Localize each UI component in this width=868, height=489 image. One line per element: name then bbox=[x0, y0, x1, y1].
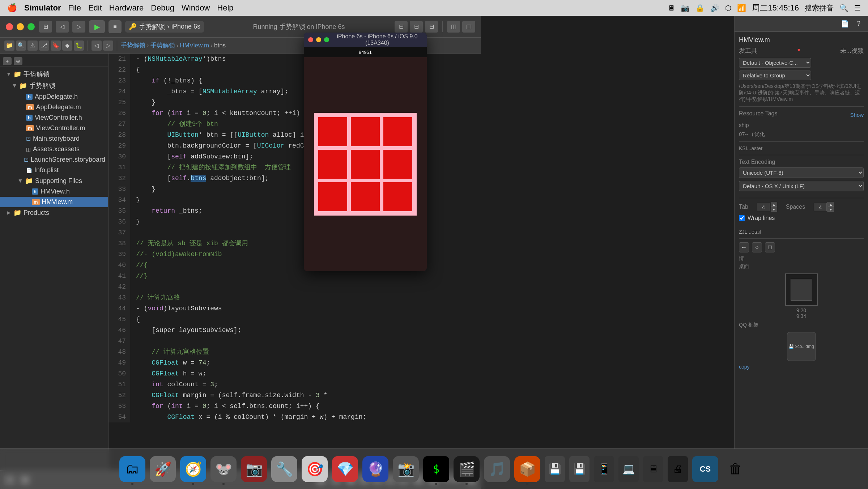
menu-debug[interactable]: Debug bbox=[151, 3, 174, 13]
nav-filter-btn[interactable]: ⊕ bbox=[14, 57, 22, 65]
layout-btn-3[interactable]: ⊟ bbox=[425, 21, 438, 33]
dock-photo-booth[interactable]: 📷 bbox=[241, 456, 267, 482]
apple-menu[interactable]: 🍎 bbox=[7, 3, 17, 13]
search-icon[interactable]: 🔍 bbox=[839, 4, 848, 12]
dock-crystal[interactable]: 🔮 bbox=[362, 456, 388, 482]
sim-app-content[interactable] bbox=[304, 57, 427, 271]
dock-finder[interactable]: 🗂 bbox=[119, 456, 145, 482]
nav-root-group[interactable]: ▶ 📁 手势解锁 bbox=[0, 68, 108, 80]
dock-storage-4[interactable]: 💻 bbox=[618, 456, 639, 482]
dock-launchpad[interactable]: 🚀 bbox=[150, 456, 176, 482]
inspector-btn-2[interactable]: ◫ bbox=[462, 21, 475, 33]
editor-next-btn[interactable]: ▷ bbox=[103, 41, 113, 51]
show-btn[interactable]: Show bbox=[850, 112, 864, 118]
menu-help[interactable]: Help bbox=[217, 3, 233, 13]
dock-tools[interactable]: 🔧 bbox=[271, 456, 297, 482]
menu-file[interactable]: File bbox=[68, 3, 81, 13]
nav-item-viewcontroller-h[interactable]: h ViewController.h bbox=[0, 112, 108, 123]
dock-dart[interactable]: 🎯 bbox=[302, 456, 328, 482]
fullscreen-button[interactable] bbox=[27, 23, 35, 30]
dock-trash[interactable]: 🗑 bbox=[723, 456, 749, 482]
sidebar-toggle-btn[interactable]: ⊞ bbox=[39, 21, 52, 33]
line-51: 51 bbox=[109, 379, 126, 390]
navigator-back-btn[interactable]: ◁ bbox=[56, 21, 69, 33]
layout-selector[interactable]: Relative to Group bbox=[739, 71, 811, 80]
dock-storage-1[interactable]: 💾 bbox=[545, 456, 565, 482]
nav-warn-btn[interactable]: ⚠ bbox=[27, 41, 38, 51]
minimize-button[interactable] bbox=[17, 23, 24, 30]
dock-video-player[interactable]: 🎬 bbox=[454, 456, 480, 482]
nav-subgroup[interactable]: ▶ 📁 手势解锁 bbox=[0, 80, 108, 92]
dock-storage-2[interactable]: 💾 bbox=[569, 456, 590, 482]
spaces-input[interactable] bbox=[814, 203, 827, 211]
breadcrumb-item-4[interactable]: btns bbox=[214, 42, 226, 49]
scheme-selector[interactable]: 🔑 手势解锁 › iPhone 6s bbox=[125, 21, 204, 33]
dock-storage-5[interactable]: 🖥 bbox=[643, 456, 663, 482]
nav-folder-btn[interactable]: 📁 bbox=[4, 41, 14, 51]
nav-add-btn[interactable]: + bbox=[3, 57, 12, 65]
dock-camera[interactable]: 📸 bbox=[393, 456, 419, 482]
editor-prev-btn[interactable]: ◁ bbox=[92, 41, 102, 51]
stop-button[interactable]: ■ bbox=[109, 20, 122, 33]
spaces-up[interactable]: ▲ bbox=[827, 202, 834, 207]
encoding-selector[interactable]: Unicode (UTF-8) bbox=[739, 167, 864, 178]
menu-hardware[interactable]: Hardware bbox=[109, 3, 144, 13]
nav-item-main-sb[interactable]: ⊡ Main.storyboard bbox=[0, 133, 108, 144]
dock-cs-icon[interactable]: CS bbox=[692, 456, 718, 482]
tab-up[interactable]: ▲ bbox=[771, 202, 777, 207]
layout-btn-2[interactable]: ⊟ bbox=[410, 21, 423, 33]
line-ending-selector[interactable]: Default - OS X / Unix (LF) bbox=[739, 181, 864, 191]
wrap-lines-checkbox[interactable] bbox=[739, 215, 745, 221]
nav-item-appdelegate-h[interactable]: h AppDelegate.h bbox=[0, 92, 108, 102]
dock-terminal[interactable]: $ bbox=[423, 456, 449, 482]
nav-breakpoint-btn[interactable]: ◆ bbox=[62, 41, 72, 51]
nav-item-supporting-files[interactable]: ▶ 📁 Supporting Files bbox=[0, 175, 108, 186]
tool-btn-2[interactable]: ○ bbox=[752, 242, 762, 252]
tool-btn-1[interactable]: ← bbox=[739, 242, 749, 252]
close-button[interactable] bbox=[6, 23, 13, 30]
tab-input[interactable] bbox=[757, 203, 770, 211]
dock-music[interactable]: 🎵 bbox=[484, 456, 510, 482]
menu-edit[interactable]: Edit bbox=[88, 3, 102, 13]
breadcrumb-item-3[interactable]: HMView.m bbox=[180, 42, 209, 49]
nav-item-assets[interactable]: ◫ Assets.xcassets bbox=[0, 144, 108, 154]
inspector-quick-help-btn[interactable]: ? bbox=[854, 19, 864, 29]
nav-search-btn[interactable]: 🔍 bbox=[16, 41, 26, 51]
nav-debug-btn[interactable]: 🐛 bbox=[74, 41, 84, 51]
inspector-btn-1[interactable]: ◫ bbox=[447, 21, 460, 33]
layout-btn-1[interactable]: ⊟ bbox=[395, 21, 408, 33]
nav-item-hmview-h[interactable]: h HMView.h bbox=[0, 186, 108, 197]
inspector-file-btn[interactable]: 📄 bbox=[840, 19, 850, 29]
menu-simulator[interactable]: Simulator bbox=[24, 3, 61, 13]
dock-gem[interactable]: 💎 bbox=[332, 456, 358, 482]
nav-git-btn[interactable]: ⎇ bbox=[39, 41, 49, 51]
type-selector[interactable]: Default - Objective-C... bbox=[739, 58, 811, 68]
sim-minimize[interactable] bbox=[316, 37, 321, 42]
grid-cell-4 bbox=[351, 150, 380, 179]
nav-item-hmview-m[interactable]: m HMView.m bbox=[0, 197, 108, 207]
breadcrumb-item-2[interactable]: 手势解锁 bbox=[150, 41, 175, 50]
nav-item-products[interactable]: ▶ 📁 Products bbox=[0, 207, 108, 218]
dock-screen-recorder[interactable]: 📦 bbox=[514, 456, 540, 482]
tool-btn-3[interactable]: □ bbox=[765, 242, 775, 252]
nav-item-launch-sb[interactable]: ⊡ LaunchScreen.storyboard bbox=[0, 154, 108, 165]
dock-mouse[interactable]: 🐭 bbox=[210, 456, 237, 482]
dock-storage-3[interactable]: 📱 bbox=[594, 456, 614, 482]
navigator-fwd-btn[interactable]: ▷ bbox=[72, 21, 85, 33]
nav-bookmark-btn[interactable]: 🔖 bbox=[51, 41, 61, 51]
spaces-down[interactable]: ▼ bbox=[827, 207, 834, 212]
run-button[interactable]: ▶ bbox=[89, 20, 105, 33]
list-icon[interactable]: ☰ bbox=[854, 4, 861, 12]
tab-down[interactable]: ▼ bbox=[771, 207, 777, 212]
nav-item-info-plist[interactable]: 📄 Info.plist bbox=[0, 165, 108, 175]
nav-item-appdelegate-m[interactable]: m AppDelegate.m bbox=[0, 102, 108, 112]
dock-safari[interactable]: 🧭 bbox=[180, 456, 206, 482]
grid-cell-2 bbox=[383, 117, 412, 146]
copy-btn[interactable]: copy bbox=[739, 364, 750, 370]
nav-item-viewcontroller-m[interactable]: m ViewController.m bbox=[0, 123, 108, 133]
menu-window[interactable]: Window bbox=[182, 3, 210, 13]
dock-storage-6[interactable]: 🖨 bbox=[668, 456, 688, 482]
sim-fullscreen[interactable] bbox=[324, 37, 329, 42]
breadcrumb-item-1[interactable]: 手势解锁 bbox=[121, 41, 145, 50]
sim-close[interactable] bbox=[308, 37, 313, 42]
